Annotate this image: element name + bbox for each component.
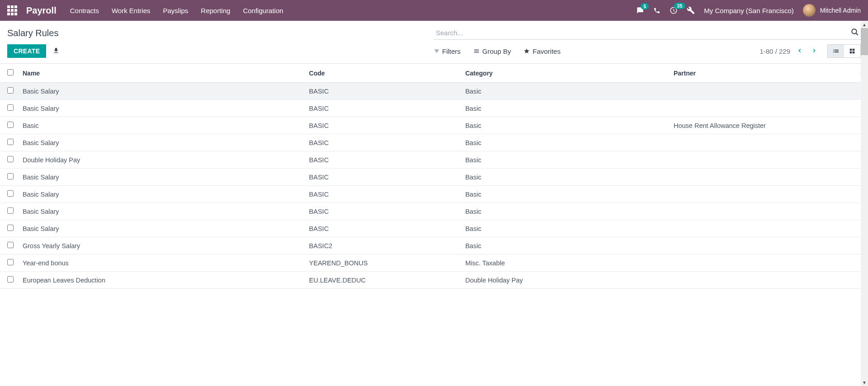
activities-icon[interactable]: 35 bbox=[670, 6, 678, 14]
cell-partner bbox=[669, 272, 854, 289]
activities-badge: 35 bbox=[674, 3, 685, 9]
row-checkbox[interactable] bbox=[7, 276, 14, 282]
table-row[interactable]: Basic Salary BASIC Basic bbox=[0, 134, 868, 151]
app-brand[interactable]: Payroll bbox=[26, 5, 57, 16]
breadcrumb: Salary Rules bbox=[7, 28, 58, 38]
cell-category: Double Holiday Pay bbox=[461, 272, 669, 289]
nav-payslips[interactable]: Payslips bbox=[163, 7, 188, 14]
pager-next-icon[interactable] bbox=[809, 46, 819, 57]
view-switcher bbox=[827, 44, 861, 58]
cell-partner: House Rent Allowance Register bbox=[669, 117, 854, 134]
groupby-dropdown[interactable]: Group By bbox=[473, 47, 511, 55]
cell-code: BASIC bbox=[305, 203, 461, 220]
tools-icon[interactable] bbox=[687, 6, 695, 14]
cell-category: Basic bbox=[461, 83, 669, 100]
filters-dropdown[interactable]: Filters bbox=[434, 47, 461, 55]
table-row[interactable]: Double Holiday Pay BASIC Basic bbox=[0, 151, 868, 169]
cell-code: EU.LEAVE.DEDUC bbox=[305, 272, 461, 289]
messaging-badge: 5 bbox=[641, 3, 649, 9]
row-checkbox[interactable] bbox=[7, 122, 14, 128]
header-partner[interactable]: Partner bbox=[669, 64, 854, 83]
cell-name: Basic Salary bbox=[18, 83, 305, 100]
row-checkbox[interactable] bbox=[7, 87, 14, 94]
cell-name: European Leaves Deduction bbox=[18, 272, 305, 289]
search-wrap bbox=[434, 26, 861, 40]
row-checkbox[interactable] bbox=[7, 207, 14, 214]
pager-range[interactable]: 1-80 / 229 bbox=[760, 47, 790, 55]
table-row[interactable]: Basic Salary BASIC Basic bbox=[0, 220, 868, 237]
list-view-icon[interactable] bbox=[828, 45, 844, 57]
table-row[interactable]: Basic Salary BASIC Basic bbox=[0, 83, 868, 100]
cell-code: BASIC bbox=[305, 220, 461, 237]
nav-reporting[interactable]: Reporting bbox=[201, 7, 230, 14]
user-name: Mitchell Admin bbox=[820, 7, 861, 14]
table-container: Name Code Category Partner Basic Salary … bbox=[0, 64, 868, 373]
cell-name: Year-end bonus bbox=[18, 254, 305, 272]
cell-category: Basic bbox=[461, 151, 669, 169]
cell-code: BASIC bbox=[305, 151, 461, 169]
messaging-icon[interactable]: 5 bbox=[636, 7, 644, 14]
svg-point-0 bbox=[852, 29, 857, 34]
table-row[interactable]: Basic Salary BASIC Basic bbox=[0, 186, 868, 203]
header-category[interactable]: Category bbox=[461, 64, 669, 83]
main-navbar: Payroll Contracts Work Entries Payslips … bbox=[0, 0, 868, 21]
cell-partner bbox=[669, 134, 854, 151]
cell-partner bbox=[669, 169, 854, 186]
salary-rules-table: Name Code Category Partner Basic Salary … bbox=[0, 64, 868, 289]
table-row[interactable]: Basic BASIC Basic House Rent Allowance R… bbox=[0, 117, 868, 134]
kanban-view-icon[interactable] bbox=[844, 45, 860, 57]
row-checkbox[interactable] bbox=[7, 242, 14, 248]
cell-partner bbox=[669, 83, 854, 100]
search-input[interactable] bbox=[434, 26, 861, 40]
favorites-dropdown[interactable]: Favorites bbox=[524, 47, 561, 55]
row-checkbox[interactable] bbox=[7, 104, 14, 111]
nav-contracts[interactable]: Contracts bbox=[70, 7, 99, 14]
search-icon[interactable] bbox=[851, 28, 859, 38]
table-row[interactable]: European Leaves Deduction EU.LEAVE.DEDUC… bbox=[0, 272, 868, 289]
row-checkbox[interactable] bbox=[7, 190, 14, 197]
cell-partner bbox=[669, 186, 854, 203]
nav-work-entries[interactable]: Work Entries bbox=[112, 7, 151, 14]
row-checkbox[interactable] bbox=[7, 225, 14, 231]
pager: 1-80 / 229 bbox=[760, 44, 861, 58]
row-checkbox[interactable] bbox=[7, 156, 14, 162]
user-avatar-icon bbox=[803, 4, 816, 17]
scroll-up-icon[interactable]: ▲ bbox=[861, 21, 868, 28]
pager-prev-icon[interactable] bbox=[795, 46, 805, 57]
scroll-thumb[interactable] bbox=[861, 28, 868, 55]
nav-configuration[interactable]: Configuration bbox=[243, 7, 283, 14]
cell-name: Basic Salary bbox=[18, 186, 305, 203]
row-checkbox[interactable] bbox=[7, 139, 14, 145]
cell-category: Basic bbox=[461, 186, 669, 203]
apps-menu-icon[interactable] bbox=[7, 5, 17, 15]
create-button[interactable]: CREATE bbox=[7, 44, 46, 58]
table-row[interactable]: Basic Salary BASIC Basic bbox=[0, 203, 868, 220]
svg-line-1 bbox=[856, 33, 858, 35]
cell-name: Double Holiday Pay bbox=[18, 151, 305, 169]
cell-code: YEAREND_BONUS bbox=[305, 254, 461, 272]
phone-icon[interactable] bbox=[653, 7, 660, 14]
cell-category: Basic bbox=[461, 237, 669, 254]
table-row[interactable]: Gross Yearly Salary BASIC2 Basic bbox=[0, 237, 868, 254]
cell-category: Basic bbox=[461, 117, 669, 134]
header-name[interactable]: Name bbox=[18, 64, 305, 83]
table-row[interactable]: Basic Salary BASIC Basic bbox=[0, 169, 868, 186]
cell-category: Basic bbox=[461, 203, 669, 220]
company-selector[interactable]: My Company (San Francisco) bbox=[704, 7, 793, 14]
user-menu[interactable]: Mitchell Admin bbox=[803, 4, 861, 17]
favorites-label: Favorites bbox=[533, 47, 561, 55]
header-code[interactable]: Code bbox=[305, 64, 461, 83]
row-checkbox[interactable] bbox=[7, 173, 14, 179]
cell-code: BASIC2 bbox=[305, 237, 461, 254]
table-row[interactable]: Basic Salary BASIC Basic bbox=[0, 100, 868, 117]
row-checkbox[interactable] bbox=[7, 259, 14, 265]
cell-name: Basic Salary bbox=[18, 100, 305, 117]
import-icon[interactable] bbox=[52, 47, 60, 56]
cell-partner bbox=[669, 203, 854, 220]
select-all-checkbox[interactable] bbox=[7, 69, 14, 75]
table-row[interactable]: Year-end bonus YEAREND_BONUS Misc. Taxab… bbox=[0, 254, 868, 272]
cell-name: Gross Yearly Salary bbox=[18, 237, 305, 254]
cell-category: Basic bbox=[461, 220, 669, 237]
cell-name: Basic Salary bbox=[18, 134, 305, 151]
vertical-scrollbar[interactable]: ▲ ▼ bbox=[861, 21, 868, 373]
